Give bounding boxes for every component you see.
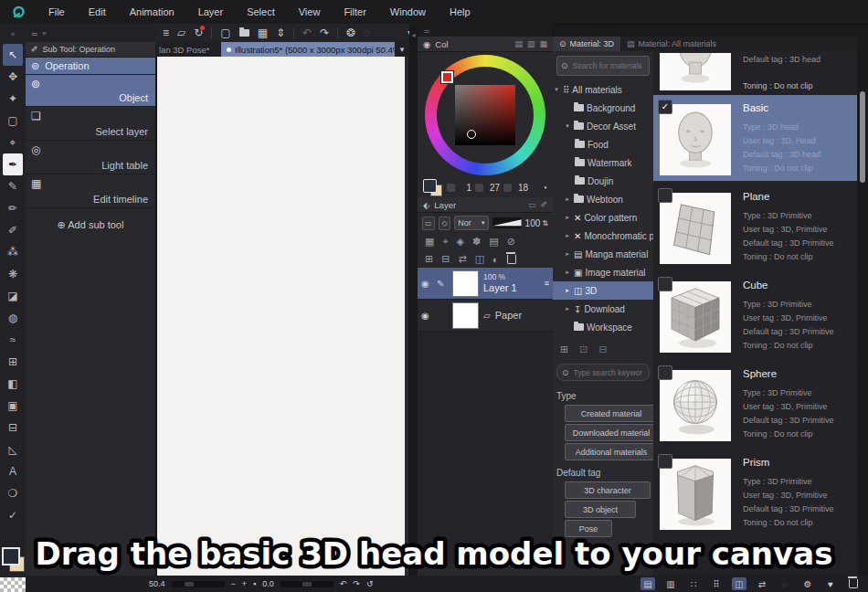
assets-search-input[interactable] [571,60,645,71]
material-item-prism[interactable]: Prism Type : 3D Primitive User tag : 3D,… [653,449,857,535]
zoom-slider[interactable] [172,581,225,587]
tree-item-decor-asset[interactable]: ▾Decor Asset [553,117,653,135]
open-file-icon[interactable] [239,29,249,37]
undo-icon[interactable]: ↶ [302,26,312,39]
correct-line-tool[interactable]: ✓ [3,504,23,526]
menu-help[interactable]: Help [438,6,482,17]
tree-item-webtoon[interactable]: ▸Webtoon [553,190,653,208]
fill-tool[interactable]: ◍ [3,307,23,329]
hue-marker[interactable] [441,71,453,83]
opacity-spinner[interactable]: 100⇅ [525,218,548,228]
layer-row-paper[interactable]: ◉ ▱ Paper [418,300,553,332]
move-tool[interactable]: ✥ [3,66,23,88]
frame-tool[interactable]: ▣ [3,395,23,417]
reset-rotation-icon[interactable]: ↺ [366,579,374,588]
menu-layer[interactable]: Layer [186,6,236,17]
material-checkbox[interactable] [658,365,672,380]
brush-tool[interactable]: ✐ [3,219,23,241]
tab-doc2-active[interactable]: Illustration5* (5000 x 3000px 300dpi 50.… [221,42,395,57]
pen-tool[interactable]: ✒ [3,153,23,175]
layer-search-icon[interactable]: ▭ [528,200,536,209]
color-mode-icon[interactable]: ◔ [542,183,547,193]
tree-item-background[interactable]: Background [553,99,653,117]
subtool-item-object[interactable]: ⊚ Object [26,75,155,107]
tree-item-image-material[interactable]: ▸▣Image material [553,263,653,281]
mini-color-swatches[interactable] [423,179,443,196]
fit-screen-icon[interactable]: ▪ [253,579,256,588]
subtool-item-select-layer[interactable]: ❏ Select layer [26,107,155,141]
menu-filter[interactable]: Filter [332,6,377,17]
draft-layer-icon[interactable]: ▤ [489,236,498,248]
material-list-scrollbar[interactable] [857,37,868,592]
visibility-eye-icon[interactable]: ◉ [421,279,432,289]
tag-additional-materials[interactable]: Additional materials [565,443,658,460]
color-wheel-tab-icon[interactable]: ◉ [423,39,430,49]
gear-icon[interactable]: ⚙ [800,577,815,590]
clip-layer-icon[interactable]: ▦ [425,236,434,248]
tab-list-chevron-icon[interactable]: ▾ [395,42,409,57]
color-wheel[interactable] [425,55,545,175]
color-swatches[interactable] [1,546,25,574]
material-item-basic[interactable]: ✓ Basic Type : 3D head User tag : 3D, He… [653,95,857,181]
canvas[interactable] [157,57,408,576]
tree-item-color-pattern[interactable]: ▸✕Color pattern [553,208,653,227]
transparent-color-swatch[interactable] [0,577,26,592]
eraser-tool[interactable]: ◪ [3,285,23,307]
blend-tool[interactable]: ≈ [3,329,23,351]
pencil-tool[interactable]: ✎ [3,175,23,197]
tree-item-food[interactable]: Food [553,135,653,153]
tree-item-download[interactable]: ▸↧Download [553,300,653,318]
transfer-material-icon[interactable]: ⇄ [755,577,769,590]
scrollbar-thumb[interactable] [860,91,865,183]
material-tab-all[interactable]: ▤ Material: All materials [620,37,723,51]
layer-mask-icon[interactable]: ◐ [492,254,499,265]
tree-item-doujin[interactable]: Doujin [553,172,653,190]
tag-3d-character[interactable]: 3D character [565,481,651,499]
material-item-cube[interactable]: Cube Type : 3D Primitive User tag : 3D, … [653,272,857,358]
color-set-tab-icon[interactable]: ▥ [527,39,535,48]
material-checkbox[interactable] [658,188,672,203]
new-folder-icon[interactable]: ⊟ [441,253,450,265]
snap-icon[interactable]: ◌ [364,26,370,39]
tab-doc1[interactable]: lan 3D Pose* [155,42,221,57]
rotate-cw-icon[interactable]: ↷ [353,579,360,588]
material-tab-3d[interactable]: ⊙ Material: 3D [553,37,620,51]
decoration-tool[interactable]: ❋ [3,263,23,285]
grid-large-icon[interactable]: ⠿ [709,577,724,590]
lock-layer-icon[interactable]: ◈ [457,236,464,248]
polyline-tool[interactable]: ◺ [3,439,23,460]
rotation-slider[interactable] [281,581,333,587]
add-subtool-button[interactable]: ⊕ Add sub tool [26,219,155,231]
zoom-in-icon[interactable]: + [242,579,247,588]
keyword-search-box[interactable]: ⊙ [556,364,650,381]
saturation-value-square[interactable] [455,85,515,145]
material-action-icon[interactable]: ⊡ [579,344,587,355]
tree-item-manga-material[interactable]: ▸▤Manga material [553,245,653,263]
zoom-out-icon[interactable]: − [231,579,236,588]
layer-color-icon[interactable]: ⊘ [507,236,515,248]
subtool-item-edit-timeline[interactable]: ▦ Edit timeline [26,174,155,208]
balloon-tool[interactable]: ❍ [3,482,23,504]
grid-small-icon[interactable]: ∷ [686,577,701,590]
marquee-tool[interactable]: ▢ [3,110,23,132]
frame-border-tool[interactable]: ⊟ [3,417,23,439]
tree-item-3d[interactable]: ▸◫3D [553,281,653,300]
material-checkbox[interactable] [658,454,672,469]
visibility-eye-icon[interactable]: ◉ [421,311,432,321]
layer-row-1[interactable]: ◉ ✎ 100 % Layer 1 ≡ [418,268,553,300]
subtool-group-operation[interactable]: ⊚ Operation [26,58,155,75]
tree-item-all-materials[interactable]: ▾⠿All materials [553,80,653,99]
sync-icon[interactable]: ◌ [778,577,792,590]
keyword-search-input[interactable] [572,367,644,378]
single-view-icon[interactable]: ▤ [640,577,655,590]
menu-animation[interactable]: Animation [118,6,186,17]
menu-edit[interactable]: Edit [77,6,118,17]
tree-item-watermark[interactable]: Watermark [553,153,653,172]
material-item-plane[interactable]: Plane Type : 3D Primitive User tag : 3D,… [653,184,857,270]
redo-icon[interactable]: ↷ [320,26,329,39]
collapse-left-icon[interactable]: « [11,30,15,38]
rotate-canvas-icon[interactable]: ↻ [194,26,203,39]
layer-edit-icon[interactable]: ✐ [540,200,547,209]
menu-select[interactable]: Select [235,6,287,17]
menu-view[interactable]: View [287,6,333,17]
